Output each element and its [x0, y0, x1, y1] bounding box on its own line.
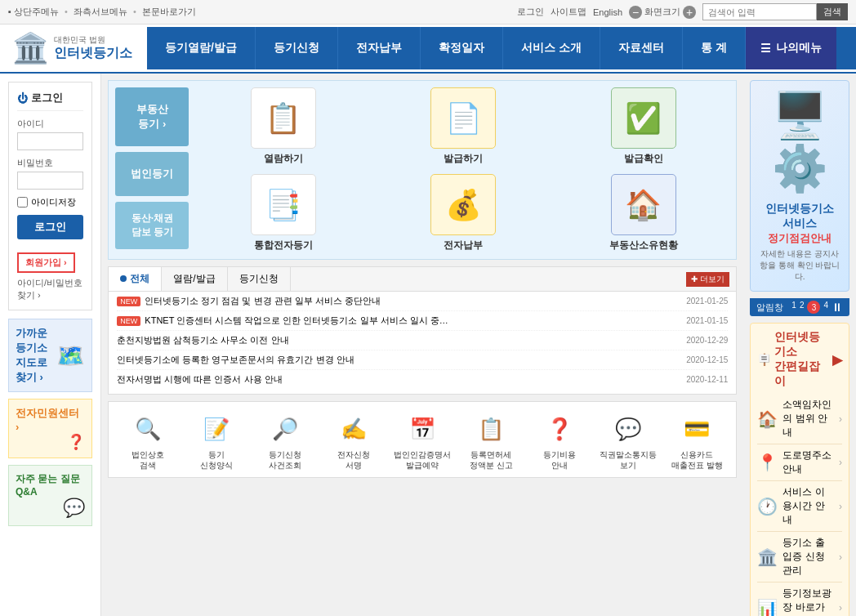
news-text-1: NEW인터넷등기소 정기 점검 및 변경 관련 일부 서비스 중단안내	[117, 295, 380, 307]
alert-page-4[interactable]: 4	[823, 301, 828, 314]
icon-신용카드매출전표[interactable]: 💳 신용카드매출전표 발행	[664, 408, 729, 471]
ecivil-icon: ❓	[16, 433, 85, 451]
icon-전자신청서명[interactable]: ✍️ 전자신청서명	[321, 408, 386, 471]
icon-등기신청양식[interactable]: 📝 등기신청양식	[184, 408, 249, 471]
faq-icon: 💬	[16, 498, 85, 519]
icon-등기비용안내[interactable]: ❓ 등기비용안내	[527, 408, 592, 471]
통합전자등기-icon: 📑	[251, 174, 316, 235]
alert-pagination: 1 2 3 4 ⏸	[791, 301, 843, 314]
skip-left-menu[interactable]: 좌측서브메뉴	[74, 7, 127, 16]
more-button[interactable]: ✚ 더보기	[686, 272, 729, 287]
screen-size-control: − 화면크기 +	[629, 6, 696, 19]
quick-item-출입증신청[interactable]: 🏛️ 등기소 출입증 신청관리 ›	[757, 532, 842, 583]
quick-item-서비스이용시간[interactable]: 🕐 서비스 이용시간 안내 ›	[757, 481, 842, 532]
english-link[interactable]: English	[593, 7, 622, 17]
quick-item-소액임차인[interactable]: 🏠 소액임차인의 범위 안내 ›	[757, 394, 842, 444]
신용카드매출전표-icon: 💳	[675, 408, 720, 449]
quick-arrow-1: ›	[839, 413, 842, 425]
service-전자납부[interactable]: 💰 전자납부	[377, 174, 550, 252]
전자납부-label: 전자납부	[444, 239, 483, 252]
cat-collateral[interactable]: 동산·채권담보 등기	[115, 202, 189, 249]
tab-전체[interactable]: 전체	[109, 267, 162, 291]
alert-label: 알림창	[756, 301, 783, 314]
news-item-3[interactable]: 춘천지방법원 삼척등기소 사무소 이전 안내 2020-12-29	[117, 331, 728, 350]
nav-자료센터[interactable]: 자료센터	[600, 27, 683, 69]
ecivil-section[interactable]: 전자민원센터 › ❓	[8, 399, 92, 458]
alert-bar: 알림창 1 2 3 4 ⏸	[750, 298, 849, 316]
icon-직권말소통지[interactable]: 💬 직권말소통지등보기	[595, 408, 661, 471]
increase-screen-btn[interactable]: +	[683, 6, 696, 19]
id-label: 아이디	[17, 118, 83, 130]
nav-등기신청[interactable]: 등기신청	[256, 27, 338, 69]
main-content: ⏻ 로그인 아이디 비밀번호 아이디저장 로그인 회원가입 › 아이디/비밀번호…	[0, 74, 856, 616]
news-text-3: 춘천지방법원 삼척등기소 사무소 이전 안내	[117, 334, 288, 346]
quick-play-icon: ▶	[832, 352, 842, 368]
ad-banner: 🖥️⚙️ 인터넷등기소 서비스 정기점검안내 자세한 내용은 공지사항을 통해 …	[750, 80, 849, 292]
quick-item-소액임차인-label: 소액임차인의 범위 안내	[782, 398, 834, 440]
search-input[interactable]	[702, 3, 817, 20]
service-발급하기[interactable]: 📄 발급하기	[377, 87, 550, 166]
alert-page-3[interactable]: 3	[807, 301, 820, 314]
pw-input[interactable]	[17, 172, 83, 190]
login-button[interactable]: 로그인	[17, 215, 83, 239]
법인인감증명서발급예약-icon: 📅	[400, 408, 445, 449]
등기비용안내-icon: ❓	[537, 408, 582, 449]
ad-monitor-icon: 🖥️⚙️	[759, 89, 840, 195]
id-input[interactable]	[17, 132, 83, 150]
news-item-1[interactable]: NEW인터넷등기소 정기 점검 및 변경 관련 일부 서비스 중단안내 2021…	[117, 292, 728, 311]
nav-열람발급[interactable]: 등기열람/발급	[147, 27, 256, 69]
icon-등록면허세신고[interactable]: 📋 등록면허세정액분 신고	[458, 408, 524, 471]
nav-전자납부[interactable]: 전자납부	[338, 27, 421, 69]
icon-법인인감증명서발급예약[interactable]: 📅 법인인감증명서발급예약	[390, 408, 455, 471]
service-부동산소유현황[interactable]: 🏠 부동산소유현황	[558, 174, 730, 252]
faq-section[interactable]: 자주 묻는 질문 Q&A 💬	[8, 465, 92, 526]
save-id-checkbox[interactable]	[17, 197, 28, 208]
발급확인-label: 발급확인	[624, 152, 663, 166]
news-item-5[interactable]: 전자서명법 시행에 따른 인증서 사용 안내 2020-12-11	[117, 370, 728, 389]
tab-등기신청[interactable]: 등기신청	[228, 267, 291, 291]
sitemap-link[interactable]: 사이트맵	[551, 6, 586, 18]
service-통합전자등기[interactable]: 📑 통합전자등기	[197, 174, 369, 252]
quick-item-도로명주소[interactable]: 📍 도로명주소 안내 ›	[757, 444, 842, 481]
등기신청양식-label: 등기신청양식	[200, 449, 233, 471]
cat-realestate[interactable]: 부동산등기 ›	[115, 87, 189, 146]
news-date-5: 2020-12-11	[686, 375, 728, 384]
login-title: ⏻ 로그인	[17, 91, 83, 111]
news-date-2: 2021-01-15	[686, 316, 728, 325]
skip-main-menu[interactable]: ▪ 상단주메뉴	[8, 7, 59, 16]
register-button[interactable]: 회원가입 ›	[17, 252, 75, 273]
news-tabs: 전체 열람/발급 등기신청 ✚ 더보기	[109, 267, 736, 292]
quick-arrow-4: ›	[839, 551, 842, 563]
news-item-2[interactable]: NEWKTNET 인증센터 시스템 작업으로 인한 인터넷등기소 일부 서비스 …	[117, 311, 728, 331]
nav-확정일자[interactable]: 확정일자	[421, 27, 503, 69]
quick-item-등기정보광장[interactable]: 📊 등기정보광장 바로가기 ›	[757, 583, 842, 616]
news-date-4: 2020-12-15	[686, 355, 728, 364]
tab-열람발급[interactable]: 열람/발급	[162, 267, 227, 291]
등기신청양식-icon: 📝	[194, 408, 239, 449]
icon-법인상호검색[interactable]: 🔍 법인상호검색	[115, 408, 181, 471]
find-account-link[interactable]: 아이디/비밀번호찾기 ›	[17, 277, 83, 301]
법인상호검색-label: 법인상호검색	[132, 449, 164, 471]
alert-page-2[interactable]: 2	[800, 301, 805, 314]
header: 🏛️ 대한민국 법원 인터넷등기소 등기열람/발급 등기신청 전자납부 확정일자…	[0, 25, 856, 74]
login-link[interactable]: 로그인	[517, 6, 544, 18]
map-section[interactable]: 가까운 등기소 지도로 찾기 › 🗺️	[8, 319, 92, 392]
quick-arrow-5: ›	[839, 602, 842, 614]
icon-등기신청사건조회[interactable]: 🔎 등기신청사건조회	[252, 408, 318, 471]
news-item-4[interactable]: 인터넷등기소에 등록한 영구보존문서의 유효기간 변경 안내 2020-12-1…	[117, 350, 728, 370]
nav-통계[interactable]: 통 계	[683, 27, 746, 69]
skip-content[interactable]: 본문바로가기	[142, 7, 196, 16]
service-열람하기[interactable]: 📋 열람하기	[197, 87, 369, 166]
save-id-label: 아이디저장	[31, 196, 76, 208]
top-bar: ▪ 상단주메뉴 • 좌측서브메뉴 • 본문바로가기 로그인 사이트맵 Engli…	[0, 0, 856, 25]
logo[interactable]: 🏛️ 대한민국 법원 인터넷등기소	[0, 25, 147, 72]
cat-corporation[interactable]: 법인등기	[115, 152, 189, 196]
alert-pause-btn[interactable]: ⏸	[831, 301, 843, 314]
nav-mymenu[interactable]: ☰ 나의메뉴	[746, 27, 836, 69]
news-text-2: NEWKTNET 인증센터 시스템 작업으로 인한 인터넷등기소 일부 서비스 …	[117, 315, 448, 327]
alert-page-1[interactable]: 1	[791, 301, 796, 314]
search-button[interactable]: 검색	[817, 3, 848, 20]
nav-서비스소개[interactable]: 서비스 소개	[503, 27, 600, 69]
service-발급확인[interactable]: ✅ 발급확인	[558, 87, 730, 166]
decrease-screen-btn[interactable]: −	[629, 6, 642, 19]
